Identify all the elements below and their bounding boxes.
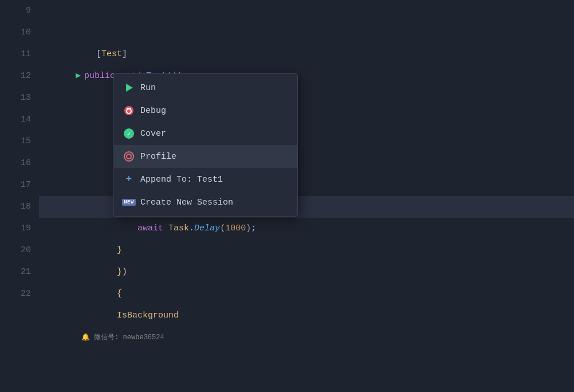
line-num-18: 18: [0, 196, 31, 218]
line-num-10: 10: [0, 22, 31, 44]
line-num-22: 22: [0, 283, 31, 305]
line-num-20: 20: [0, 240, 31, 261]
menu-item-run[interactable]: Run: [114, 76, 297, 99]
code-line-9: [39, 0, 574, 22]
menu-item-new-session[interactable]: NEW Create New Session: [114, 191, 297, 214]
menu-item-cover[interactable]: Cover: [114, 122, 297, 145]
line-num-12: 12: [0, 65, 31, 87]
code-area: [Test] ▶public void Test1() t1 = new Thr…: [39, 0, 574, 392]
menu-label-run: Run: [140, 83, 156, 93]
line-num-13: 13: [0, 87, 31, 109]
menu-item-debug[interactable]: Debug: [114, 99, 297, 122]
editor-container: 9 10 11 12 13 14 15 16 17 18 19 20 21 22…: [0, 0, 574, 392]
context-menu: Run Debug Cover: [113, 73, 298, 217]
menu-label-profile: Profile: [140, 152, 176, 162]
new-icon: NEW: [123, 197, 135, 208]
line-numbers: 9 10 11 12 13 14 15 16 17 18 19 20 21 22: [0, 0, 39, 392]
run-icon: [123, 82, 135, 93]
line-num-17: 17: [0, 174, 31, 196]
line-num-21: 21: [0, 261, 31, 283]
code-line-11: ▶public void Test1(): [39, 44, 574, 65]
menu-label-append: Append To: Test1: [140, 175, 223, 185]
plus-icon: +: [123, 174, 135, 185]
menu-label-new-session: Create New Session: [140, 198, 233, 207]
menu-label-cover: Cover: [140, 129, 166, 139]
line-num-9: 9: [0, 0, 31, 22]
menu-label-debug: Debug: [140, 106, 166, 116]
line-num-11: 11: [0, 44, 31, 65]
line-num-19: 19: [0, 218, 31, 240]
line-num-16: 16: [0, 152, 31, 174]
cover-icon: [123, 128, 135, 139]
menu-item-append[interactable]: + Append To: Test1: [114, 168, 297, 191]
line-num-15: 15: [0, 131, 31, 152]
profile-icon: [123, 151, 135, 162]
debug-icon: [123, 105, 135, 116]
menu-item-profile[interactable]: Profile: [114, 145, 297, 168]
code-line-10: [Test]: [39, 22, 574, 44]
line-num-14: 14: [0, 109, 31, 131]
